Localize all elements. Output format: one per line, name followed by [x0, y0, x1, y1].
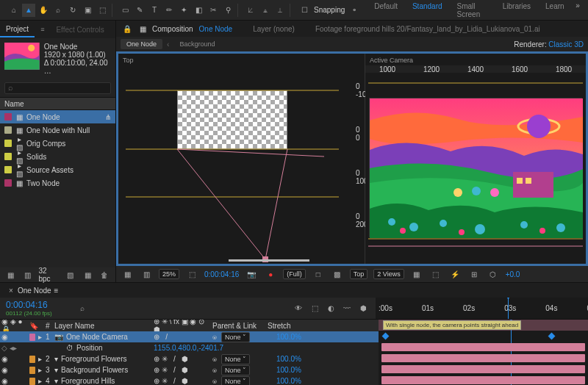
brush-tool-icon[interactable]: ✏ — [162, 4, 176, 17]
track-row[interactable] — [379, 353, 588, 364]
camera-wireframe[interactable] — [118, 54, 365, 264]
guides-icon[interactable]: ▥ — [140, 267, 153, 281]
parent-dropdown[interactable]: None ˅ — [221, 376, 250, 386]
visibility-icon[interactable]: ◉ — [1, 333, 8, 341]
viewer-timecode[interactable]: 0:00:04:16 — [204, 270, 239, 278]
selection-tool-icon[interactable]: ▲ — [22, 4, 35, 17]
view-select[interactable]: Top — [350, 269, 368, 279]
workspace-standard[interactable]: Standard — [406, 0, 448, 21]
comp-name-link[interactable]: One Node — [199, 25, 233, 33]
track-row[interactable] — [379, 331, 588, 342]
parent-dropdown[interactable]: None ˅ — [221, 332, 250, 342]
property-row[interactable]: ◇ ◂▸⏱ Position1155.0,480.0,-2401.7 — [0, 342, 379, 353]
trash-icon[interactable]: 🗑 — [98, 268, 111, 281]
zoom-dropdown[interactable]: 25% — [159, 269, 179, 279]
graph-icon[interactable]: 〰 — [340, 302, 354, 315]
flowchart-icon[interactable]: ⬡ — [487, 267, 500, 281]
workspace-libraries[interactable]: Libraries — [497, 0, 537, 21]
eraser-tool-icon[interactable]: ◧ — [192, 4, 205, 17]
search-help-icon[interactable]: ⌕ — [585, 0, 588, 12]
renderer-value[interactable]: Classic 3D — [548, 40, 584, 48]
parent-dropdown[interactable]: None ˅ — [221, 365, 250, 375]
workspace-learn[interactable]: Learn — [539, 0, 570, 21]
puppet-tool-icon[interactable]: ⚲ — [221, 4, 234, 17]
track-row[interactable] — [379, 375, 588, 385]
axis-world-icon[interactable]: ⟁ — [259, 4, 272, 17]
panel-menu-icon[interactable]: ≡ — [35, 23, 50, 36]
roto-tool-icon[interactable]: ✂ — [207, 4, 220, 17]
view-options-icon[interactable]: ▦ — [410, 267, 423, 281]
grid-icon[interactable]: ▦ — [121, 267, 134, 281]
project-tab[interactable]: Project — [0, 22, 35, 37]
hand-tool-icon[interactable]: ✋ — [37, 4, 50, 17]
stretch-value[interactable]: 100.0% — [275, 355, 312, 363]
fast-preview-icon[interactable]: ⚡ — [448, 267, 462, 281]
rect-tool-icon[interactable]: ▭ — [118, 4, 132, 17]
time-ruler[interactable]: :00s01s02s03s04s05s06s07s — [376, 298, 588, 319]
layer-row[interactable]: ◉ ▸ 1 📷One Node Camera ⊕ / ⍟ None ˅ 100.… — [0, 331, 379, 342]
layer-marker[interactable]: With single node, the camera points stra… — [383, 320, 521, 330]
lock-icon[interactable]: 🔒 — [121, 22, 134, 35]
pen-tool-icon[interactable]: ✎ — [133, 4, 146, 17]
resolution-icon[interactable]: ⬚ — [185, 267, 198, 281]
asset-header-name[interactable]: Name — [4, 100, 24, 108]
layer-row[interactable]: ◉ ▸ 2 ▾Foreground Flowers ⊕ ✳ / ⬢ ⍟ None… — [0, 353, 379, 364]
timeline-tab[interactable]: One Node — [18, 287, 51, 295]
layer-row[interactable]: ◉ ▸ 3 ▾Background Flowers ⊕ ✳ / ⬢ ⍟ None… — [0, 364, 379, 375]
pixel-aspect-icon[interactable]: ⬚ — [429, 267, 442, 281]
new-folder-icon[interactable]: ▧ — [64, 268, 76, 281]
motion-blur-icon[interactable]: ◐ — [324, 302, 337, 315]
channel-red-icon[interactable]: ● — [264, 267, 277, 281]
timeline-close-icon[interactable]: × — [4, 284, 18, 297]
transparency-icon[interactable]: ▩ — [331, 267, 344, 281]
shy-icon[interactable]: 👁 — [292, 302, 305, 315]
home-icon[interactable]: ⌂ — [7, 4, 21, 17]
flow-tab-active[interactable]: One Node — [121, 39, 162, 49]
track-row[interactable] — [379, 364, 588, 375]
workspace-small[interactable]: Small Screen — [451, 0, 494, 21]
resolution-dropdown[interactable]: (Full) — [283, 269, 306, 279]
snapping-checkbox[interactable]: ☐ — [298, 4, 311, 17]
layer-panel-label[interactable]: Layer (none) — [253, 25, 295, 33]
snapshot-icon[interactable]: 📷 — [245, 267, 258, 281]
stretch-value[interactable]: 100.0% — [275, 366, 312, 374]
active-camera-view[interactable]: Active Camera 10001200140016001800 — [365, 54, 586, 264]
visibility-icon[interactable]: ◉ — [1, 355, 8, 363]
track-row[interactable]: With single node, the camera points stra… — [379, 320, 588, 331]
views-count[interactable]: 2 Views — [373, 269, 404, 279]
interpret-footage-icon[interactable]: ▦ — [4, 268, 17, 281]
stretch-value[interactable]: 100.0% — [275, 377, 312, 385]
workspace-default[interactable]: Default — [368, 0, 404, 21]
asset-row[interactable]: ▦One Node⋔ — [0, 110, 115, 123]
effect-controls-tab[interactable]: Effect Controls — [50, 23, 110, 37]
camera-tool-icon[interactable]: ▣ — [81, 4, 94, 17]
axis-view-icon[interactable]: ⟂ — [273, 4, 287, 17]
asset-row[interactable]: ▸ ▧Source Assets — [0, 163, 115, 176]
flow-tab-other[interactable]: Background — [173, 39, 220, 49]
parent-dropdown[interactable]: None ˅ — [221, 354, 250, 364]
frame-blend-icon[interactable]: ⬚ — [308, 302, 321, 315]
bpc-icon[interactable]: ▥ — [21, 268, 34, 281]
pan-behind-icon[interactable]: ⬚ — [96, 4, 109, 17]
exposure-value[interactable]: +0.0 — [506, 270, 520, 278]
workspace-overflow-icon[interactable]: » — [573, 0, 583, 12]
layer-row[interactable]: ◉ ▸ 4 ▾Foreground Hills ⊕ ✳ / ⬢ ⍟ None ˅… — [0, 375, 379, 385]
top-view[interactable]: Top 0 -1000 00 1000 200 — [118, 54, 365, 264]
playhead[interactable] — [508, 298, 509, 319]
snapping-options-icon[interactable]: ⚬ — [348, 4, 361, 17]
footage-panel-label[interactable]: Footage foreground hills 20/Fantasy_land… — [315, 25, 540, 33]
visibility-icon[interactable]: ◉ — [1, 377, 8, 385]
clone-tool-icon[interactable]: ✦ — [177, 4, 190, 17]
draft-3d-icon[interactable]: ⬢ — [356, 302, 370, 315]
timeline-icon[interactable]: ⊞ — [467, 267, 481, 281]
current-timecode[interactable]: 0:00:04:16 — [6, 300, 64, 310]
search-input[interactable] — [4, 82, 111, 94]
visibility-icon[interactable]: ◉ — [1, 366, 8, 374]
comp-preview[interactable] — [369, 98, 582, 237]
type-tool-icon[interactable]: T — [148, 4, 161, 17]
axis-local-icon[interactable]: ⟀ — [244, 4, 257, 17]
search-layers-icon[interactable]: ⌕ — [76, 302, 89, 315]
stretch-value[interactable]: 100.0% — [275, 333, 312, 341]
roi-icon[interactable]: □ — [312, 267, 325, 281]
new-comp-icon[interactable]: ▦ — [82, 268, 94, 281]
